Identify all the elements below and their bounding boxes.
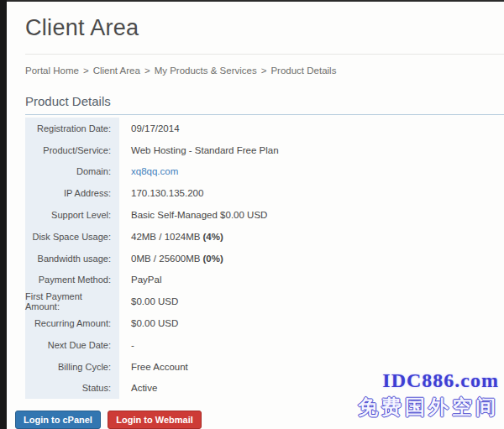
table-row: Billing Cycle:Free Account [25,356,504,378]
login-to-cpanel-button[interactable]: Login to cPanel [15,411,101,429]
field-value: Basic Self-Managed $0.00 USD [131,210,267,220]
field-value-cell: $0.00 USD [119,290,178,312]
field-value-cell: 0MB / 25600MB(0%) [119,248,223,269]
field-label: First Payment Amount: [25,290,119,312]
field-label: Product/Service: [25,139,119,161]
field-label: Next Due Date: [25,334,119,356]
field-value: PayPal [131,275,161,285]
table-row: First Payment Amount:$0.00 USD [25,290,504,312]
table-row: Registration Date:09/17/2014 [25,118,504,139]
field-value: 0MB / 25600MB [131,254,200,264]
field-value: $0.00 USD [131,296,178,306]
breadcrumb-item: Product Details [270,65,336,76]
field-value: Free Account [131,362,188,372]
field-value: Active [131,383,157,393]
table-row: Disk Space Usage:42MB / 1024MB(4%) [25,226,504,248]
breadcrumb-item[interactable]: My Products & Services [155,65,257,76]
field-value-cell: 42MB / 1024MB(4%) [119,226,223,248]
page-title: Client Area [25,15,504,41]
table-row: IP Address:170.130.135.200 [25,182,504,204]
field-label: Domain: [25,161,119,183]
table-row: Product/Service:Web Hosting - Standard F… [25,139,504,161]
field-value-cell: PayPal [119,269,161,291]
field-value-cell: $0.00 USD [119,312,178,334]
left-edge-bar [0,0,7,429]
field-value: $0.00 USD [131,318,178,328]
breadcrumb-item[interactable]: Portal Home [25,65,79,76]
field-label: Registration Date: [25,118,119,139]
field-value-cell: 170.130.135.200 [119,182,203,204]
field-label: Recurring Amount: [25,312,119,334]
field-value-cell: 09/17/2014 [119,118,180,139]
section-title: Product Details [25,94,504,108]
main-content: Client Area Portal Home>Client Area>My P… [7,15,504,429]
field-value-cell: Web Hosting - Standard Free Plan [119,139,279,161]
table-row: Status:Active [25,378,504,400]
table-row: Bandwidth usage:0MB / 25600MB(0%) [25,248,504,269]
breadcrumb-item[interactable]: Client Area [93,65,140,76]
field-label: Disk Space Usage: [25,226,119,248]
breadcrumb-separator: > [83,65,89,76]
usage-percent: (0%) [202,254,223,264]
field-value: - [131,340,134,350]
domain-link[interactable]: xq8qq.com [131,166,178,176]
field-value: 170.130.135.200 [131,188,203,198]
field-value-cell: - [119,334,134,356]
field-value-cell: Free Account [119,356,188,378]
breadcrumb-separator: > [144,65,150,76]
window-top-edge [0,0,504,2]
table-row: Next Due Date:- [25,334,504,356]
table-row: Recurring Amount:$0.00 USD [25,312,504,334]
field-label: Support Level: [25,204,119,226]
field-value: 42MB / 1024MB [131,232,200,242]
breadcrumb: Portal Home>Client Area>My Products & Se… [25,65,504,76]
field-value: 09/17/2014 [131,123,180,133]
usage-percent: (4%) [202,232,223,242]
action-buttons: Login to cPanel Login to Webmail [15,411,504,429]
section-divider [25,114,504,115]
table-row: Support Level:Basic Self-Managed $0.00 U… [25,204,504,226]
product-details-table: Registration Date:09/17/2014Product/Serv… [25,118,504,399]
field-label: IP Address: [25,182,119,204]
field-value-cell: Active [119,378,157,400]
field-label: Status: [25,378,119,400]
field-value-cell: xq8qq.com [119,161,178,183]
login-to-webmail-button[interactable]: Login to Webmail [108,411,201,429]
field-label: Billing Cycle: [25,356,119,378]
header-divider [25,54,504,55]
field-value: Web Hosting - Standard Free Plan [131,145,279,155]
field-label: Bandwidth usage: [25,248,119,269]
field-label: Payment Method: [25,269,119,291]
breadcrumb-separator: > [261,65,267,76]
field-value-cell: Basic Self-Managed $0.00 USD [119,204,267,226]
table-row: Domain:xq8qq.com [25,161,504,183]
table-row: Payment Method:PayPal [25,269,504,291]
